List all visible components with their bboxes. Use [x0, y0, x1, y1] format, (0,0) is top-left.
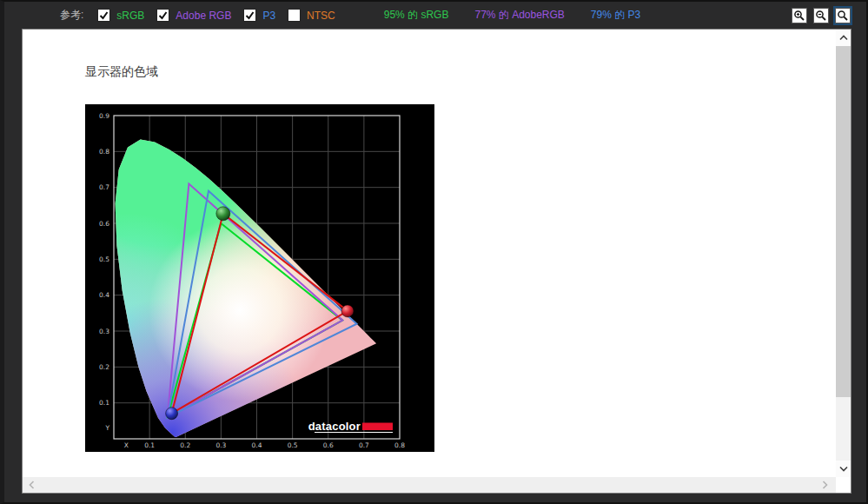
check-icon	[99, 10, 109, 20]
horizontal-scrollbar[interactable]	[23, 477, 836, 493]
srgb-checkbox[interactable]	[97, 9, 110, 22]
reference-name-p3: P3	[262, 10, 275, 22]
zoom-in-icon	[793, 10, 805, 22]
svg-text:0.2: 0.2	[99, 363, 109, 371]
app-window: 参考: sRGB Adobe RGB P3 NTSC 95% 的 sR	[0, 0, 868, 504]
zoom-button-group	[792, 8, 851, 23]
svg-text:0.9: 0.9	[99, 112, 109, 120]
chevron-left-icon[interactable]	[29, 481, 35, 489]
scroll-up-button[interactable]	[836, 30, 851, 46]
coverage-adobergb: 77% 的 AdobeRGB	[474, 8, 564, 23]
zoom-out-button[interactable]	[813, 8, 829, 23]
logo-bar	[362, 423, 393, 431]
svg-text:0.3: 0.3	[99, 328, 109, 335]
adobergb-checkbox[interactable]	[156, 9, 169, 22]
svg-text:0.2: 0.2	[180, 441, 190, 449]
svg-text:0.7: 0.7	[99, 183, 109, 191]
reference-checkbox-p3[interactable]: P3	[243, 9, 275, 22]
zoom-reset-button[interactable]	[835, 8, 851, 23]
reference-checkbox-adobergb[interactable]: Adobe RGB	[156, 9, 231, 22]
svg-text:0.5: 0.5	[288, 441, 298, 449]
reference-name-ntsc: NTSC	[307, 10, 335, 22]
p3-checkbox[interactable]	[243, 9, 256, 22]
magnifier-icon	[837, 10, 849, 22]
page-title: 显示器的色域	[85, 64, 158, 80]
svg-text:0.8: 0.8	[99, 148, 109, 156]
ntsc-checkbox[interactable]	[288, 9, 301, 22]
svg-text:0.8: 0.8	[394, 441, 405, 449]
svg-text:Y: Y	[104, 424, 109, 432]
svg-text:0.3: 0.3	[215, 441, 226, 449]
chevron-right-icon[interactable]	[822, 481, 828, 489]
vertical-scrollbar[interactable]	[836, 30, 851, 477]
toolbar: 参考: sRGB Adobe RGB P3 NTSC 95% 的 sR	[4, 2, 866, 29]
svg-text:0.4: 0.4	[99, 291, 109, 299]
logo-text: datacolor	[308, 420, 361, 433]
reference-checkbox-ntsc[interactable]: NTSC	[288, 9, 335, 22]
scrollbar-corner	[836, 477, 851, 493]
content-panel: 显示器的色域	[22, 29, 851, 494]
reference-label: 参考:	[60, 8, 83, 23]
content-area: 显示器的色域	[23, 30, 836, 477]
chevron-down-icon	[839, 466, 848, 472]
svg-text:0.6: 0.6	[323, 441, 334, 449]
svg-text:0.1: 0.1	[144, 441, 155, 449]
gamut-chart: 0.10.20.30.40.50.60.70.8X0.10.20.30.40.5…	[85, 104, 434, 452]
svg-text:X: X	[124, 441, 129, 449]
svg-text:0.5: 0.5	[99, 255, 109, 263]
check-icon	[245, 10, 255, 20]
zoom-in-button[interactable]	[792, 8, 807, 23]
chevron-up-icon	[839, 35, 848, 41]
svg-text:0.7: 0.7	[359, 441, 369, 449]
coverage-p3: 79% 的 P3	[591, 8, 640, 23]
svg-text:0.1: 0.1	[99, 399, 109, 407]
svg-text:0.6: 0.6	[99, 220, 109, 228]
svg-text:0.4: 0.4	[252, 441, 262, 449]
zoom-out-icon	[815, 10, 827, 22]
coverage-srgb: 95% 的 sRGB	[384, 8, 449, 23]
reference-name-srgb: sRGB	[116, 10, 144, 22]
scroll-down-button[interactable]	[836, 461, 851, 477]
reference-name-adobergb: Adobe RGB	[176, 10, 231, 22]
check-icon	[158, 10, 168, 20]
vertical-scrollbar-thumb[interactable]	[836, 46, 851, 397]
reference-checkbox-srgb[interactable]: sRGB	[97, 9, 144, 22]
